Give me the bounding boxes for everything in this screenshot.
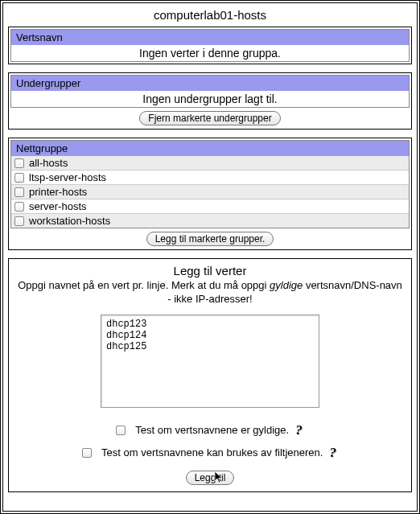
netgroup-checkbox[interactable]: [14, 216, 24, 226]
netgroup-label: workstation-hosts: [29, 215, 110, 227]
netgroup-label: ltsp-server-hosts: [29, 171, 106, 183]
add-hosts-instruction: Oppgi navnet på en vert pr. linje. Merk …: [12, 279, 408, 311]
netgroup-checkbox[interactable]: [14, 187, 24, 197]
netgroup-label: all-hosts: [29, 157, 68, 169]
hostname-empty-message: Ingen verter i denne gruppa.: [11, 45, 409, 61]
netgroup-table: Nettgruppe all-hostsltsp-server-hostspri…: [10, 140, 410, 228]
check-valid-checkbox[interactable]: [116, 426, 126, 435]
check-fileserver-checkbox[interactable]: [82, 448, 92, 458]
check-fileserver-label: Test om vertsnavnene kan brukes av filtj…: [101, 446, 323, 458]
netgroup-row: server-hosts: [11, 199, 409, 213]
netgroup-label: printer-hosts: [29, 186, 87, 198]
subgroups-section: Undergrupper Ingen undergrupper lagt til…: [8, 72, 412, 130]
netgroup-label: server-hosts: [29, 200, 87, 212]
hosts-textarea[interactable]: [101, 315, 319, 408]
netgroup-row: ltsp-server-hosts: [11, 170, 409, 184]
hostname-section: Vertsnavn Ingen verter i denne gruppa.: [8, 27, 412, 64]
help-icon[interactable]: ?: [327, 445, 338, 461]
submit-add-button[interactable]: Legg til: [186, 471, 235, 485]
help-icon[interactable]: ?: [294, 422, 304, 438]
hostname-header: Vertsnavn: [11, 30, 409, 45]
page-title: computerlab01-hosts: [8, 6, 412, 27]
subgroups-header: Undergrupper: [11, 76, 409, 91]
netgroup-header: Nettgruppe: [11, 141, 409, 156]
netgroup-row: all-hosts: [11, 156, 409, 170]
netgroup-checkbox[interactable]: [14, 173, 24, 183]
netgroup-row: workstation-hosts: [11, 213, 409, 228]
netgroup-section: Nettgruppe all-hostsltsp-server-hostspri…: [8, 138, 412, 250]
netgroup-checkbox[interactable]: [14, 202, 24, 212]
window-outer-frame: computerlab01-hosts Vertsnavn Ingen vert…: [0, 0, 420, 514]
remove-subgroups-button[interactable]: Fjern markerte undergrupper: [139, 111, 280, 125]
subgroups-empty-message: Ingen undergrupper lagt til.: [11, 91, 409, 107]
window-inner-frame: computerlab01-hosts Vertsnavn Ingen vert…: [2, 2, 418, 512]
add-groups-button[interactable]: Legg til markerte grupper.: [146, 232, 274, 246]
add-hosts-title: Legg til verter: [12, 262, 408, 279]
check-valid-label: Test om vertsnavnene er gyldige.: [135, 424, 289, 436]
add-hosts-section: Legg til verter Oppgi navnet på en vert …: [8, 258, 412, 492]
netgroup-checkbox[interactable]: [14, 158, 24, 168]
netgroup-row: printer-hosts: [11, 184, 409, 199]
